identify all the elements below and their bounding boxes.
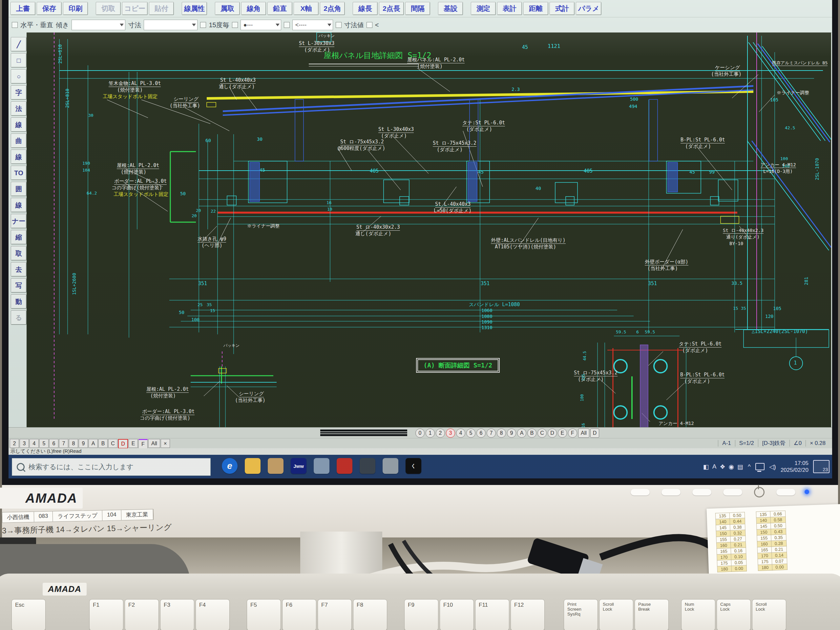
osd-button[interactable] <box>723 489 742 496</box>
horizontal-vertical-checkbox[interactable] <box>12 22 18 28</box>
status-field[interactable]: S=1/2 <box>735 440 758 447</box>
osd-button[interactable] <box>692 489 711 496</box>
dimvalue-checkbox[interactable] <box>336 22 341 28</box>
keyboard-key[interactable]: F12 <box>510 599 545 630</box>
toolbar-button[interactable]: パラメ <box>576 2 602 15</box>
keyboard-key[interactable]: Print Screen SysRq <box>564 599 598 630</box>
layer-tab[interactable]: E <box>558 428 567 438</box>
layer-tab-extra[interactable]: All <box>578 428 589 438</box>
horizontal-scrollbar[interactable] <box>320 429 407 436</box>
toolbar-button[interactable]: 測定 <box>471 2 496 15</box>
toolbar-button[interactable]: 表計 <box>497 2 522 15</box>
volume-icon[interactable]: ◁) <box>769 463 776 471</box>
sidebar-tool-button[interactable]: 字 <box>11 85 27 100</box>
tray-icon[interactable]: A <box>712 463 717 471</box>
page-tab[interactable]: C <box>108 439 117 448</box>
layer-tab[interactable]: 3 <box>446 428 455 438</box>
keyboard-key[interactable]: F10 <box>440 599 474 630</box>
arrow-style-combo[interactable]: ●--- <box>240 20 281 30</box>
keyboard-key[interactable]: Pause Break <box>635 599 669 630</box>
sidebar-tool-button[interactable]: る <box>11 310 27 325</box>
app-tan-icon[interactable] <box>268 458 284 474</box>
sidebar-tool-button[interactable]: □ <box>11 53 27 68</box>
arrow-style-checkbox[interactable] <box>232 22 238 28</box>
page-tab[interactable]: B <box>98 439 107 448</box>
toolbar-button[interactable]: 保存 <box>37 2 62 15</box>
power-button[interactable] <box>776 489 795 496</box>
keyboard-key[interactable]: F5 <box>247 599 281 630</box>
page-tab[interactable]: 6 <box>49 439 58 448</box>
sidebar-tool-button[interactable]: 曲 <box>11 134 27 148</box>
page-tab[interactable]: A <box>88 439 98 448</box>
cad-drawing-canvas[interactable]: (A) 断面詳細図 S=1/2 屋根パネル目地詳細図 S=1/2屋根パネル:AL… <box>27 33 831 428</box>
layer-tab[interactable]: 5 <box>466 428 475 438</box>
devices-icon[interactable] <box>382 458 398 474</box>
dimension-combo[interactable] <box>144 20 197 30</box>
keyboard-key[interactable]: F1 <box>89 599 123 630</box>
toolbar-button[interactable]: 鉛直 <box>267 2 292 15</box>
keyboard-key[interactable]: Scroll Lock <box>752 599 786 630</box>
leader-style-checkbox[interactable] <box>284 22 290 28</box>
keyboard-key[interactable]: Caps Lock <box>717 599 751 630</box>
sidebar-tool-button[interactable]: 動 <box>11 294 27 309</box>
taskbar-search[interactable]: 検索するには、ここに入力します <box>12 458 211 476</box>
network-icon[interactable] <box>755 463 764 470</box>
keyboard-key[interactable]: F3 <box>160 599 194 630</box>
toolbar-button[interactable]: 切取 <box>96 2 121 15</box>
status-field[interactable]: [D-3]鉄骨 <box>758 439 789 447</box>
osd-button[interactable] <box>631 489 650 496</box>
toolbar-button[interactable]: 線属性 <box>182 2 207 15</box>
toolbar-button[interactable]: 2点長 <box>379 2 404 15</box>
keyboard-key[interactable]: F9 <box>404 599 438 630</box>
sidebar-tool-button[interactable]: ○ <box>11 69 27 84</box>
sidebar-tool-button[interactable]: 線 <box>11 198 27 212</box>
sidebar-tool-button[interactable]: 縮 <box>11 230 27 245</box>
page-tab[interactable]: 8 <box>69 439 78 448</box>
layer-tab[interactable]: 2 <box>436 428 445 438</box>
toolbar-button[interactable]: 距離 <box>523 2 548 15</box>
keyboard-key[interactable]: F8 <box>353 599 387 630</box>
page-tab[interactable]: 2 <box>10 439 19 448</box>
sidebar-tool-button[interactable]: TO <box>11 166 27 180</box>
sidebar-tool-button[interactable]: 去 <box>11 262 27 276</box>
layer-tab-extra[interactable]: D <box>590 428 600 438</box>
sidebar-tool-button[interactable]: 線 <box>11 150 27 164</box>
sidebar-tool-button[interactable]: ナー <box>11 214 27 228</box>
keyboard-key[interactable]: Num Lock <box>681 599 715 630</box>
notification-badge[interactable]: 23 <box>813 460 829 473</box>
page-tab[interactable]: × <box>161 439 170 448</box>
toolbar-button[interactable]: 線角 <box>241 2 266 15</box>
photos-icon[interactable] <box>360 458 375 474</box>
toolbar-button[interactable]: 2点角 <box>320 2 345 15</box>
osd-button[interactable] <box>662 489 681 496</box>
tray-icon[interactable]: ▤ <box>737 463 743 471</box>
sidebar-tool-button[interactable]: 線 <box>11 117 27 132</box>
page-tab[interactable]: 7 <box>59 439 68 448</box>
keyboard-key[interactable]: Scroll Lock <box>599 599 633 630</box>
keyboard-key[interactable]: Esc <box>11 599 46 630</box>
keyboard-key[interactable]: F7 <box>317 599 352 630</box>
page-tab[interactable]: 3 <box>20 439 29 448</box>
tray-icon[interactable]: ❖ <box>720 463 725 471</box>
layer-tab[interactable]: F <box>568 428 577 438</box>
tray-icon[interactable]: ◧ <box>703 463 709 471</box>
toolbar-button[interactable]: 属取 <box>215 2 240 15</box>
keyboard-key[interactable]: F2 <box>125 599 159 630</box>
layer-tab[interactable]: 0 <box>415 428 425 438</box>
page-tab[interactable]: D <box>118 439 128 448</box>
lt-checkbox[interactable] <box>366 22 373 28</box>
page-tab[interactable]: 9 <box>79 439 88 448</box>
sidebar-tool-button[interactable]: 取 <box>11 246 27 261</box>
toolbar-button[interactable]: 基設 <box>438 2 463 15</box>
toolbar-button[interactable]: 上書 <box>11 2 35 15</box>
toolbar-button[interactable]: コピー <box>122 2 148 15</box>
layer-tab[interactable]: 4 <box>456 428 465 438</box>
layer-tab[interactable]: 8 <box>497 428 506 438</box>
sidebar-tool-button[interactable]: 囲 <box>11 182 27 196</box>
status-field[interactable]: A-1 <box>718 440 735 447</box>
taskbar-clock[interactable]: 17:05 2025/02/20 <box>781 460 808 474</box>
print-app-icon[interactable] <box>314 458 330 474</box>
toolbar-button[interactable]: 貼付 <box>149 2 174 15</box>
toolbar-button[interactable]: 印刷 <box>63 2 88 15</box>
page-tab[interactable]: E <box>129 439 138 448</box>
